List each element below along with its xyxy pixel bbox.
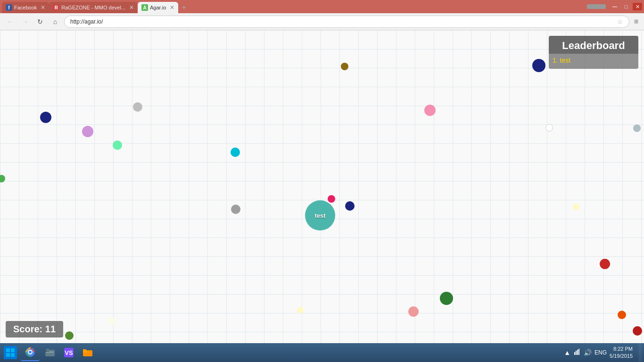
vs-icon: VS [63, 347, 74, 358]
svg-rect-11 [46, 352, 54, 353]
show-hidden-icon[interactable]: ▲ [564, 349, 570, 356]
bookmark-icon[interactable]: ☆ [617, 18, 623, 25]
svg-rect-2 [11, 348, 15, 352]
svg-rect-10 [46, 349, 49, 351]
chrome-menu-icon[interactable]: ≡ [632, 16, 640, 28]
cell-c7 [545, 124, 553, 132]
tab-close-facebook[interactable]: ✕ [41, 4, 45, 11]
cell-c18 [440, 292, 453, 305]
cell-c15 [305, 200, 335, 230]
window-controls: ─ □ ✕ [585, 3, 642, 10]
cell-c10 [231, 148, 240, 157]
tab-title-ragezone: RaGEZONE - MMO devel... [61, 5, 125, 10]
game-area: test Leaderboard 1. test Score: 11 [0, 30, 644, 343]
start-button[interactable] [2, 344, 19, 361]
cell-c16 [573, 204, 579, 210]
svg-rect-20 [578, 349, 579, 355]
explorer-icon [44, 347, 56, 358]
folder-icon [82, 347, 93, 358]
svg-text:VS: VS [65, 349, 73, 356]
svg-rect-1 [6, 348, 10, 352]
close-button[interactable]: ✕ [633, 3, 642, 10]
svg-rect-0 [587, 4, 606, 9]
tab-agario[interactable]: A Agar.io ✕ [138, 2, 178, 13]
network-icon[interactable] [573, 348, 581, 357]
cell-c14 [345, 201, 355, 211]
cell-c1 [341, 63, 348, 70]
system-tray: ▲ 🔊 ENG 8:22 PM 5/19/2015 [560, 346, 636, 360]
leaderboard-entry-1: 1. test [553, 56, 635, 65]
chrome-app-icon [25, 346, 36, 358]
tab-ragezone[interactable]: R RaGEZONE - MMO devel... ✕ [49, 2, 138, 13]
score-display: Score: 11 [6, 321, 63, 337]
leaderboard-title: Leaderboard [549, 36, 638, 54]
cell-c19 [297, 307, 304, 313]
cell-c3 [40, 112, 51, 123]
cell-c23 [618, 311, 626, 319]
windows-logo [4, 346, 17, 359]
tab-favicon-ragezone: R [53, 4, 59, 11]
tab-favicon-agario: A [141, 4, 148, 11]
cell-c24 [633, 326, 642, 336]
taskbar-vs[interactable]: VS [60, 344, 77, 361]
game-grid [0, 30, 644, 343]
svg-rect-17 [574, 352, 575, 355]
cell-c20 [408, 306, 419, 317]
tab-favicon-facebook: f [6, 4, 12, 11]
tab-title-facebook: Facebook [14, 5, 37, 10]
taskbar-explorer[interactable] [41, 344, 58, 361]
cell-c21 [108, 317, 116, 325]
volume-icon[interactable]: 🔊 [584, 349, 592, 356]
svg-rect-3 [6, 353, 10, 357]
back-button[interactable]: ← [4, 16, 16, 28]
browser-frame: f Facebook ✕ R RaGEZONE - MMO devel... ✕… [0, 0, 644, 362]
cell-c6 [633, 124, 641, 132]
svg-point-7 [29, 351, 32, 354]
address-text: http://agar.io/ [70, 18, 617, 25]
tab-facebook[interactable]: f Facebook ✕ [2, 2, 49, 13]
address-bar[interactable]: http://agar.io/ ☆ [64, 16, 629, 28]
cell-c2 [532, 59, 545, 72]
svg-rect-4 [11, 353, 15, 357]
clock: 8:22 PM 5/19/2015 [610, 346, 633, 360]
forward-button[interactable]: → [19, 16, 31, 28]
taskbar-chrome[interactable] [21, 344, 40, 361]
keyboard-lang: ENG [594, 349, 607, 356]
new-tab-button[interactable]: + [178, 2, 190, 13]
tab-close-ragezone[interactable]: ✕ [129, 4, 134, 11]
lb-rank: 1. [553, 57, 560, 64]
leaderboard-entries: 1. test [549, 54, 638, 69]
nav-bar: ← → ↻ ⌂ http://agar.io/ ☆ ≡ [0, 13, 644, 30]
clock-time: 8:22 PM [610, 346, 633, 353]
svg-rect-19 [577, 350, 578, 355]
taskbar: VS ▲ 🔊 ENG 8:22 [0, 343, 644, 362]
cell-c12 [231, 205, 240, 214]
tab-title-agario: Agar.io [150, 5, 166, 10]
svg-rect-18 [576, 351, 577, 355]
tabs-area: f Facebook ✕ R RaGEZONE - MMO devel... ✕… [2, 0, 190, 13]
cell-c5 [424, 105, 436, 116]
taskbar-folder[interactable] [79, 344, 96, 361]
show-desktop[interactable] [638, 343, 642, 362]
home-button[interactable]: ⌂ [49, 16, 61, 28]
minimize-button[interactable]: ─ [610, 3, 619, 10]
leaderboard: Leaderboard 1. test [549, 36, 638, 69]
reload-button[interactable]: ↻ [34, 16, 46, 28]
cell-c13 [328, 195, 335, 203]
cell-c9 [113, 140, 122, 150]
lb-name: test [560, 57, 571, 64]
chrome-icon [587, 3, 606, 10]
cell-c8 [82, 126, 93, 137]
cell-c4 [133, 102, 142, 112]
title-bar: f Facebook ✕ R RaGEZONE - MMO devel... ✕… [0, 0, 644, 13]
cell-c22 [65, 331, 74, 340]
clock-date: 5/19/2015 [610, 353, 633, 360]
maximize-button[interactable]: □ [621, 3, 631, 10]
svg-rect-16 [83, 349, 86, 351]
network-svg [573, 348, 581, 356]
cell-c17 [600, 259, 610, 269]
tab-close-agario[interactable]: ✕ [170, 4, 174, 11]
